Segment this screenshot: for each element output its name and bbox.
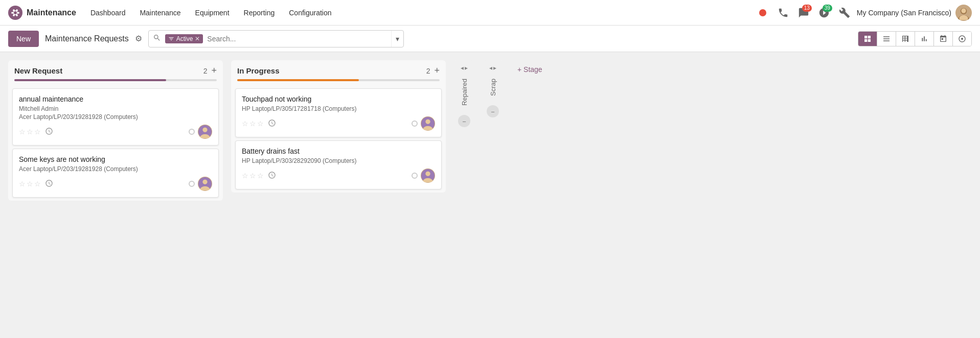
activity-view-button[interactable]: [953, 32, 971, 46]
column-count-in-progress: 2: [426, 67, 430, 75]
card-title-3: Touchpad not working: [242, 95, 435, 103]
card-footer-right-4: [412, 168, 435, 183]
repaired-arrow-right[interactable]: ▸: [465, 64, 468, 71]
star-2-2[interactable]: ☆: [27, 180, 33, 188]
messages-button[interactable]: 13: [795, 5, 812, 21]
table-view-button[interactable]: [896, 32, 915, 46]
progress-bar-in-progress: [231, 79, 446, 85]
star-3-1[interactable]: ☆: [242, 119, 248, 128]
search-dropdown-arrow[interactable]: ▾: [391, 31, 403, 47]
column-add-in-progress[interactable]: +: [434, 65, 440, 76]
list-view-button[interactable]: [877, 32, 896, 46]
star-4-1[interactable]: ☆: [242, 172, 248, 180]
view-toggles: [858, 31, 972, 46]
calendar-view-button[interactable]: [934, 32, 953, 46]
company-name[interactable]: My Company (San Francisco): [857, 9, 951, 17]
star-1-3[interactable]: ☆: [34, 128, 41, 136]
repaired-collapse-arrows[interactable]: ◂ ▸: [461, 64, 468, 71]
scrap-arrow-left[interactable]: ◂: [489, 64, 492, 71]
card-footer-4: ☆ ☆ ☆: [242, 168, 435, 183]
column-add-new-request[interactable]: +: [211, 65, 217, 76]
filter-close-icon[interactable]: ✕: [195, 35, 200, 42]
column-collapsed-scrap: ◂ ▸ Scrap –: [483, 60, 503, 122]
scrap-collapse-arrows[interactable]: ◂ ▸: [489, 64, 496, 71]
kanban-card-keys-not-working[interactable]: Some keys are not working Acer Laptop/LP…: [12, 149, 219, 198]
repaired-expand-button[interactable]: –: [458, 115, 470, 127]
clock-icon-4[interactable]: [268, 171, 276, 181]
nav-maintenance[interactable]: Maintenance: [133, 5, 187, 21]
star-2-3[interactable]: ☆: [34, 180, 41, 188]
svg-point-18: [202, 180, 207, 184]
activities-button[interactable]: 39: [816, 5, 832, 21]
repaired-column-title: Repaired: [461, 75, 468, 110]
star-1-2[interactable]: ☆: [27, 128, 33, 136]
svg-point-5: [13, 14, 15, 16]
search-input[interactable]: [203, 33, 391, 45]
scrap-arrow-right[interactable]: ▸: [493, 64, 496, 71]
column-header-new-request: New Request 2 +: [8, 60, 223, 79]
app-logo[interactable]: Maintenance: [8, 6, 76, 20]
page-title: Maintenance Requests: [45, 34, 129, 43]
column-title-in-progress: In Progress: [237, 66, 422, 75]
active-filter-tag[interactable]: Active ✕: [165, 34, 203, 43]
progress-bar-new-request: [8, 79, 223, 85]
svg-point-7: [759, 9, 766, 16]
app-name: Maintenance: [27, 8, 76, 17]
star-3-2[interactable]: ☆: [249, 119, 256, 128]
nav-equipment[interactable]: Equipment: [189, 5, 236, 21]
stars-3[interactable]: ☆ ☆ ☆: [242, 119, 264, 128]
status-dot-4[interactable]: [412, 173, 418, 179]
progress-fill-new-request: [14, 79, 166, 81]
clock-icon-1[interactable]: [45, 127, 53, 137]
page-settings-gear-icon[interactable]: ⚙: [135, 34, 142, 43]
clock-icon-2[interactable]: [45, 179, 53, 189]
messages-badge: 13: [802, 5, 812, 12]
kanban-view-button[interactable]: [858, 32, 877, 46]
clock-icon-3[interactable]: [268, 119, 276, 129]
svg-point-11: [961, 8, 966, 13]
card-avatar-2[interactable]: [198, 177, 212, 191]
svg-point-13: [961, 38, 963, 40]
user-avatar[interactable]: [955, 5, 972, 21]
nav-dashboard[interactable]: Dashboard: [84, 5, 132, 21]
progress-fill-in-progress: [237, 79, 359, 81]
activities-badge: 39: [823, 5, 832, 12]
kanban-card-touchpad[interactable]: Touchpad not working HP Laptop/LP/305/17…: [235, 88, 442, 137]
scrap-expand-button[interactable]: –: [487, 105, 499, 117]
kanban-card-battery[interactable]: Battery drains fast HP Laptop/LP/303/282…: [235, 140, 442, 189]
add-stage-button[interactable]: + Stage: [511, 60, 549, 79]
stars-2[interactable]: ☆ ☆ ☆: [19, 180, 41, 188]
nav-configuration[interactable]: Configuration: [283, 5, 337, 21]
topnav-right: 13 39 My Company (San Francisco): [755, 5, 972, 21]
stars-4[interactable]: ☆ ☆ ☆: [242, 172, 264, 180]
star-2-1[interactable]: ☆: [19, 180, 26, 188]
star-4-3[interactable]: ☆: [257, 172, 264, 180]
stars-1[interactable]: ☆ ☆ ☆: [19, 128, 41, 136]
chart-view-button[interactable]: [915, 32, 934, 46]
search-bar: Active ✕ ▾: [148, 30, 404, 47]
svg-point-15: [202, 128, 207, 132]
nav-reporting[interactable]: Reporting: [238, 5, 281, 21]
card-sub2-3: HP Laptop/LP/305/17281718 (Computers): [242, 105, 435, 112]
card-footer-3: ☆ ☆ ☆: [242, 116, 435, 131]
card-avatar-3[interactable]: [421, 116, 435, 131]
star-4-2[interactable]: ☆: [249, 172, 256, 180]
star-3-3[interactable]: ☆: [257, 119, 264, 128]
status-dot-2[interactable]: [189, 181, 195, 187]
card-title-2: Some keys are not working: [19, 155, 212, 163]
new-button[interactable]: New: [8, 31, 39, 47]
card-avatar-1[interactable]: [198, 125, 212, 139]
status-dot-1[interactable]: [189, 129, 195, 135]
kanban-card-annual-maintenance[interactable]: annual maintenance Mitchell Admin Acer L…: [12, 88, 219, 146]
column-count-new-request: 2: [203, 67, 208, 75]
star-1-1[interactable]: ☆: [19, 128, 26, 136]
settings-wrench-button[interactable]: [836, 5, 853, 21]
repaired-arrow-left[interactable]: ◂: [461, 64, 464, 71]
status-dot-3[interactable]: [412, 120, 418, 127]
status-dot-button[interactable]: [755, 5, 771, 21]
card-footer-1: ☆ ☆ ☆: [19, 125, 212, 139]
svg-point-21: [425, 119, 430, 124]
card-avatar-4[interactable]: [421, 168, 435, 183]
card-footer-right-2: [189, 177, 212, 191]
phone-icon-button[interactable]: [775, 5, 791, 21]
